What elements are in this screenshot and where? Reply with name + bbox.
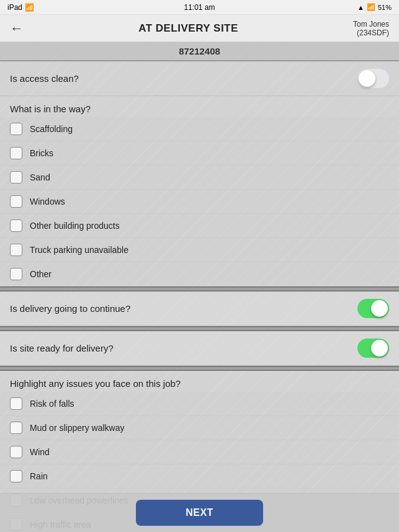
checkbox-other-building[interactable] bbox=[10, 219, 22, 232]
checkbox-wind[interactable] bbox=[10, 446, 22, 458]
label-scaffolding: Scaffolding bbox=[30, 124, 73, 134]
access-clean-label: Is access clean? bbox=[10, 73, 79, 84]
bluetooth-icon: 📶 bbox=[367, 3, 375, 11]
checkbox-sand[interactable] bbox=[10, 171, 22, 184]
delivery-continue-label: Is delivery going to continue? bbox=[10, 303, 130, 314]
delivery-continue-row: Is delivery going to continue? bbox=[0, 291, 399, 326]
time-display: 11:01 am bbox=[184, 3, 215, 12]
label-rain: Rain bbox=[30, 471, 48, 481]
access-clean-track bbox=[357, 69, 389, 88]
label-windows: Windows bbox=[30, 197, 65, 206]
list-item[interactable]: Risk of falls bbox=[0, 392, 399, 416]
list-item[interactable]: Mud or slippery walkway bbox=[0, 416, 399, 440]
signal-icon: ▲ bbox=[357, 4, 364, 11]
checkbox-scaffolding[interactable] bbox=[10, 123, 22, 135]
checkbox-other[interactable] bbox=[10, 268, 22, 280]
label-mud-slippery: Mud or slippery walkway bbox=[30, 423, 125, 433]
issues-label: Highlight any issues you face on this jo… bbox=[10, 378, 181, 389]
label-other: Other bbox=[30, 269, 52, 279]
list-item[interactable]: Scaffolding bbox=[0, 117, 399, 141]
back-button[interactable]: ← bbox=[10, 20, 24, 37]
what-in-way-header: What is in the way? bbox=[0, 96, 399, 117]
what-in-way-label: What is in the way? bbox=[10, 104, 91, 114]
site-ready-track bbox=[357, 339, 389, 358]
delivery-continue-toggle[interactable] bbox=[357, 299, 389, 318]
site-ready-label: Is site ready for delivery? bbox=[10, 343, 114, 353]
checkbox-truck-parking[interactable] bbox=[10, 244, 22, 256]
list-item[interactable]: Truck parking unavailable bbox=[0, 238, 399, 262]
separator-2 bbox=[0, 326, 399, 331]
label-truck-parking: Truck parking unavailable bbox=[30, 245, 128, 255]
list-item[interactable]: Other bbox=[0, 262, 399, 286]
bottom-bar: NEXT bbox=[0, 493, 399, 532]
label-risk-falls: Risk of falls bbox=[30, 399, 74, 409]
checkbox-risk-falls[interactable] bbox=[10, 397, 22, 410]
separator-1 bbox=[0, 286, 399, 291]
list-item[interactable]: Sand bbox=[0, 166, 399, 190]
access-clean-toggle[interactable] bbox=[357, 69, 389, 88]
order-number-band: 87212408 bbox=[0, 42, 399, 61]
main-content: Is access clean? What is in the way? Sca… bbox=[0, 61, 399, 532]
access-clean-row: Is access clean? bbox=[0, 61, 399, 96]
site-ready-thumb bbox=[371, 340, 388, 357]
battery-display: 51% bbox=[378, 4, 392, 11]
label-other-building: Other building products bbox=[30, 221, 120, 231]
order-number: 87212408 bbox=[179, 46, 220, 56]
checkbox-windows[interactable] bbox=[10, 195, 22, 208]
separator-3 bbox=[0, 366, 399, 371]
wifi-icon: 📶 bbox=[25, 3, 34, 12]
site-ready-row: Is site ready for delivery? bbox=[0, 331, 399, 366]
list-item[interactable]: Wind bbox=[0, 440, 399, 464]
checkbox-rain[interactable] bbox=[10, 470, 22, 482]
user-info: Tom Jones(234SDF) bbox=[353, 20, 389, 37]
label-wind: Wind bbox=[30, 447, 50, 457]
nav-title: AT DELIVERY SITE bbox=[138, 22, 238, 35]
list-item[interactable]: Rain bbox=[0, 464, 399, 489]
next-button[interactable]: NEXT bbox=[136, 500, 263, 526]
device-label: iPad bbox=[7, 3, 22, 12]
status-bar: iPad 📶 11:01 am ▲ 📶 51% bbox=[0, 0, 399, 15]
list-item[interactable]: Windows bbox=[0, 190, 399, 214]
label-bricks: Bricks bbox=[30, 148, 53, 158]
site-ready-toggle[interactable] bbox=[357, 339, 389, 358]
delivery-continue-track bbox=[357, 299, 389, 318]
nav-header: ← AT DELIVERY SITE Tom Jones(234SDF) bbox=[0, 15, 399, 42]
checkbox-bricks[interactable] bbox=[10, 147, 22, 159]
label-sand: Sand bbox=[30, 172, 50, 182]
delivery-continue-thumb bbox=[371, 300, 388, 317]
checkbox-mud-slippery[interactable] bbox=[10, 422, 22, 434]
issues-header: Highlight any issues you face on this jo… bbox=[0, 371, 399, 392]
list-item[interactable]: Bricks bbox=[0, 141, 399, 166]
access-clean-thumb bbox=[359, 70, 375, 87]
list-item[interactable]: Other building products bbox=[0, 214, 399, 238]
